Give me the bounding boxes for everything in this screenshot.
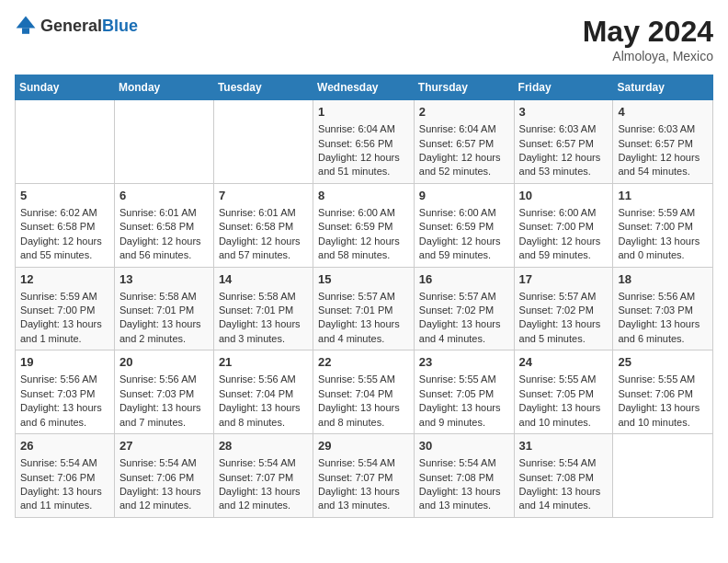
- day-content: Daylight: 12 hours: [519, 235, 609, 248]
- day-content: and 2 minutes.: [119, 332, 209, 346]
- day-content: and 0 minutes.: [618, 248, 708, 262]
- calendar-cell: 8Sunrise: 6:00 AMSunset: 6:59 PMDaylight…: [313, 183, 415, 267]
- day-number: 26: [20, 438, 109, 454]
- day-content: Sunset: 7:04 PM: [318, 387, 409, 401]
- day-content: Sunset: 6:58 PM: [119, 220, 209, 234]
- day-content: and 54 minutes.: [618, 165, 708, 178]
- day-content: Sunset: 7:08 PM: [419, 471, 509, 485]
- day-content: Sunset: 6:57 PM: [519, 137, 609, 151]
- day-content: Sunset: 7:04 PM: [219, 387, 308, 401]
- day-content: Sunset: 7:01 PM: [219, 304, 308, 317]
- day-content: Sunset: 7:02 PM: [419, 304, 509, 317]
- calendar-cell: [114, 100, 213, 184]
- day-content: Sunrise: 5:55 AM: [318, 373, 409, 386]
- calendar-cell: 18Sunrise: 5:56 AMSunset: 7:03 PMDayligh…: [613, 267, 713, 350]
- day-number: 12: [20, 271, 109, 288]
- day-content: and 4 minutes.: [318, 332, 409, 346]
- calendar-cell: 27Sunrise: 5:54 AMSunset: 7:06 PMDayligh…: [114, 434, 213, 518]
- day-content: Sunrise: 6:03 AM: [519, 122, 609, 136]
- day-content: Sunrise: 5:54 AM: [20, 456, 109, 470]
- day-content: and 7 minutes.: [119, 416, 209, 430]
- day-content: Sunset: 7:00 PM: [519, 220, 609, 234]
- day-content: Sunset: 7:08 PM: [519, 471, 609, 485]
- day-content: and 3 minutes.: [219, 332, 308, 346]
- day-content: Sunset: 6:57 PM: [419, 137, 509, 151]
- day-content: and 14 minutes.: [519, 499, 609, 512]
- day-content: Sunset: 7:05 PM: [419, 387, 509, 401]
- day-content: Sunset: 7:06 PM: [20, 471, 109, 485]
- day-content: Daylight: 12 hours: [519, 151, 609, 165]
- day-content: Daylight: 12 hours: [20, 235, 109, 248]
- day-content: Sunset: 6:58 PM: [219, 220, 308, 234]
- day-number: 13: [119, 271, 209, 288]
- day-number: 10: [519, 188, 609, 204]
- day-content: and 56 minutes.: [119, 248, 209, 262]
- day-content: Sunrise: 6:01 AM: [119, 206, 209, 220]
- day-number: 28: [219, 438, 308, 454]
- day-content: Daylight: 12 hours: [419, 235, 509, 248]
- calendar-cell: 6Sunrise: 6:01 AMSunset: 6:58 PMDaylight…: [114, 183, 213, 267]
- day-content: and 57 minutes.: [219, 248, 308, 262]
- calendar-header-row: SundayMondayTuesdayWednesdayThursdayFrid…: [16, 75, 713, 100]
- day-content: Sunset: 7:01 PM: [119, 304, 209, 317]
- calendar-cell: [16, 100, 115, 184]
- calendar-cell: 19Sunrise: 5:56 AMSunset: 7:03 PMDayligh…: [16, 350, 115, 434]
- calendar-cell: 10Sunrise: 6:00 AMSunset: 7:00 PMDayligh…: [514, 183, 613, 267]
- calendar-cell: 29Sunrise: 5:54 AMSunset: 7:07 PMDayligh…: [313, 434, 415, 518]
- day-number: 15: [318, 271, 409, 288]
- day-number: 16: [419, 271, 509, 288]
- day-content: Sunset: 7:00 PM: [618, 220, 708, 234]
- day-content: Daylight: 12 hours: [119, 235, 209, 248]
- day-content: Daylight: 13 hours: [519, 317, 609, 331]
- day-content: Sunrise: 5:55 AM: [618, 373, 708, 386]
- day-content: Sunset: 7:05 PM: [519, 387, 609, 401]
- calendar-cell: [613, 434, 713, 518]
- day-content: and 12 minutes.: [119, 499, 209, 512]
- header-day-thursday: Thursday: [414, 75, 514, 100]
- day-number: 21: [219, 354, 308, 371]
- day-content: and 59 minutes.: [519, 248, 609, 262]
- day-content: Daylight: 13 hours: [219, 485, 308, 499]
- day-content: Daylight: 13 hours: [618, 401, 708, 415]
- day-content: Sunrise: 6:02 AM: [20, 206, 109, 220]
- calendar-cell: 12Sunrise: 5:59 AMSunset: 7:00 PMDayligh…: [16, 267, 115, 350]
- day-content: Daylight: 12 hours: [219, 235, 308, 248]
- day-content: Sunrise: 5:58 AM: [119, 290, 209, 304]
- calendar-cell: 7Sunrise: 6:01 AMSunset: 6:58 PMDaylight…: [213, 183, 313, 267]
- day-content: Sunset: 7:00 PM: [20, 304, 109, 317]
- day-content: Daylight: 13 hours: [618, 235, 708, 248]
- day-content: Sunset: 7:03 PM: [618, 304, 708, 317]
- day-content: and 6 minutes.: [618, 332, 708, 346]
- day-content: Sunset: 6:57 PM: [618, 137, 708, 151]
- day-content: Sunset: 6:59 PM: [318, 220, 409, 234]
- logo-text-blue: Blue: [102, 17, 138, 35]
- day-content: Sunrise: 6:04 AM: [318, 122, 409, 136]
- day-number: 17: [519, 271, 609, 288]
- day-content: Sunrise: 6:01 AM: [219, 206, 308, 220]
- day-content: Daylight: 12 hours: [318, 235, 409, 248]
- day-number: 1: [318, 104, 409, 121]
- day-content: Sunrise: 5:56 AM: [219, 373, 308, 386]
- day-content: Sunrise: 5:54 AM: [219, 456, 308, 470]
- header-day-tuesday: Tuesday: [213, 75, 313, 100]
- day-number: 5: [20, 188, 109, 204]
- day-content: Sunrise: 6:03 AM: [618, 122, 708, 136]
- day-content: and 55 minutes.: [20, 248, 109, 262]
- day-number: 23: [419, 354, 509, 371]
- day-content: Sunrise: 5:55 AM: [419, 373, 509, 386]
- calendar-cell: 2Sunrise: 6:04 AMSunset: 6:57 PMDaylight…: [414, 100, 514, 184]
- calendar-cell: 16Sunrise: 5:57 AMSunset: 7:02 PMDayligh…: [414, 267, 514, 350]
- calendar-cell: 31Sunrise: 5:54 AMSunset: 7:08 PMDayligh…: [514, 434, 613, 518]
- location: Almoloya, Mexico: [583, 49, 713, 63]
- svg-marker-0: [17, 17, 36, 29]
- day-content: Daylight: 13 hours: [419, 317, 509, 331]
- day-content: Sunrise: 5:55 AM: [519, 373, 609, 386]
- calendar-cell: 21Sunrise: 5:56 AMSunset: 7:04 PMDayligh…: [213, 350, 313, 434]
- day-content: and 59 minutes.: [419, 248, 509, 262]
- day-content: Daylight: 13 hours: [119, 485, 209, 499]
- day-number: 3: [519, 104, 609, 121]
- calendar-week-row: 19Sunrise: 5:56 AMSunset: 7:03 PMDayligh…: [16, 350, 713, 434]
- calendar-cell: 28Sunrise: 5:54 AMSunset: 7:07 PMDayligh…: [213, 434, 313, 518]
- day-content: Daylight: 13 hours: [119, 401, 209, 415]
- day-content: Sunset: 7:06 PM: [119, 471, 209, 485]
